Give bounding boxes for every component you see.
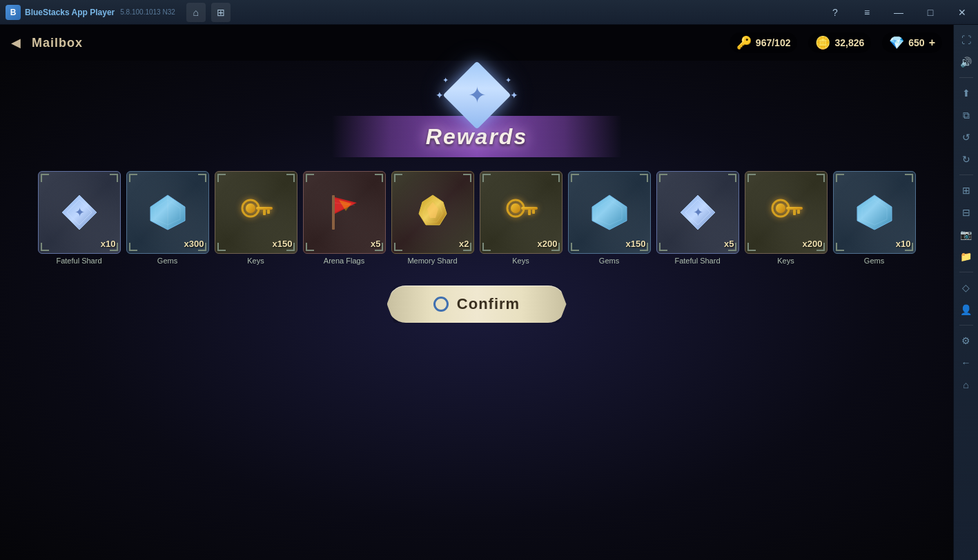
reward-label-1: Gems: [157, 257, 177, 265]
reward-item-1: x300 Gems: [126, 171, 209, 265]
reward-card-keys-3: x200: [745, 171, 828, 254]
reward-quantity-8: x200: [803, 239, 823, 249]
sidebar-settings-icon[interactable]: ⚙: [957, 331, 976, 350]
sidebar-diamond-icon[interactable]: ◇: [957, 278, 976, 297]
gems-resource: 💎 650 +: [882, 32, 942, 53]
rewards-grid: ✦ x10 Fateful Shard: [24, 171, 930, 265]
menu-button[interactable]: ≡: [851, 0, 883, 25]
gems-1-icon: [144, 188, 192, 237]
reward-item-3: x5 Arena Flags: [303, 171, 386, 265]
reward-item-4: x2 Memory Shard: [391, 171, 474, 265]
reward-label-2: Keys: [247, 257, 264, 265]
reward-label-6: Gems: [599, 257, 619, 265]
reward-card-keys-2: x200: [480, 171, 563, 254]
reward-quantity-5: x200: [538, 239, 558, 249]
sidebar-redo-icon[interactable]: ↻: [957, 150, 976, 169]
reward-quantity-2: x150: [273, 239, 293, 249]
star-deco-top-right: ✦: [505, 76, 511, 85]
reward-card-memory-shard: x2: [391, 171, 474, 254]
sidebar-home-icon[interactable]: ⌂: [957, 375, 976, 394]
svg-rect-31: [793, 210, 796, 215]
titlebar-version: 5.8.100.1013 N32: [120, 8, 175, 16]
back-arrow-icon: ◀: [11, 35, 21, 50]
star-deco-left: ✦: [436, 90, 444, 101]
reward-card-arena-flags: x5: [303, 171, 386, 254]
page-title: Mailbox: [32, 36, 83, 50]
sidebar-undo-icon[interactable]: ↺: [957, 128, 976, 147]
sidebar-upload-icon[interactable]: ⬆: [957, 83, 976, 103]
sidebar-grid-icon[interactable]: ⊞: [957, 181, 976, 200]
sidebar-camera-icon[interactable]: 📷: [957, 225, 976, 244]
svg-rect-11: [332, 195, 335, 230]
home-nav-button[interactable]: ⌂: [186, 3, 206, 22]
minimize-button[interactable]: —: [883, 0, 915, 25]
close-button[interactable]: ✕: [946, 0, 978, 25]
star-main-icon: ✦: [442, 61, 511, 130]
arena-flags-icon: [320, 188, 369, 237]
reward-item-5: x200 Keys: [480, 171, 563, 265]
star-inner-symbol: ✦: [467, 82, 486, 108]
svg-rect-19: [521, 207, 538, 210]
reward-item-2: x150 Keys: [215, 171, 297, 265]
sidebar-separator-4: [959, 325, 973, 326]
fateful-shard-icon: ✦: [55, 188, 104, 237]
coins-icon: 🪙: [815, 35, 830, 50]
gems-2-icon: [585, 188, 634, 237]
window-controls: ? ≡ — □ ✕: [819, 0, 978, 25]
svg-rect-30: [797, 210, 800, 214]
reward-label-8: Keys: [777, 257, 794, 265]
reward-card-keys-1: x150: [215, 171, 297, 254]
svg-rect-9: [267, 210, 270, 214]
memory-shard-icon: [409, 188, 457, 237]
gems-add-button[interactable]: +: [929, 37, 935, 49]
keys-2-icon: [497, 188, 545, 237]
svg-marker-22: [592, 195, 627, 230]
sidebar-fullscreen-icon[interactable]: ⛶: [957, 30, 976, 50]
confirm-button[interactable]: Confirm: [387, 286, 567, 323]
sidebar-minus-icon[interactable]: ⊟: [957, 203, 976, 222]
maximize-button[interactable]: □: [915, 0, 946, 25]
game-background: ✦ ✦ ✦ ✦ ✦ ✦ Rewards: [0, 61, 953, 560]
reward-quantity-4: x2: [459, 239, 469, 249]
coins-value: 32,826: [834, 37, 864, 48]
reward-item-7: ✦ x5 Fateful Shard: [656, 171, 739, 265]
svg-point-18: [511, 203, 520, 213]
reward-item-9: x10 Gems: [833, 171, 916, 265]
coins-resource: 🪙 32,826: [808, 32, 871, 53]
fateful-shard-2-icon: ✦: [674, 188, 722, 237]
svg-marker-32: [857, 195, 892, 230]
svg-point-7: [246, 203, 255, 213]
confirm-circle-icon: [433, 297, 449, 312]
reward-card-fateful-shard-1: ✦ x10: [38, 171, 121, 254]
game-topbar: ◀ Mailbox 🔑 967/102 🪙 32,826 💎 650 +: [0, 25, 953, 61]
reward-label-5: Keys: [512, 257, 529, 265]
back-button[interactable]: ◀: [11, 35, 21, 50]
right-sidebar: ⛶ 🔊 ⬆ ⧉ ↺ ↻ ⊞ ⊟ 📷 📁 ◇ 👤 ⚙ ← ⌂: [953, 25, 978, 560]
rewards-star-decoration: ✦ ✦ ✦ ✦ ✦ ✦: [436, 68, 518, 123]
keys-1-icon: [232, 188, 280, 237]
reward-card-fateful-shard-2: ✦ x5: [656, 171, 739, 254]
reward-quantity-3: x5: [371, 239, 380, 249]
reward-quantity-1: x300: [184, 239, 204, 249]
svg-rect-21: [528, 210, 531, 215]
reward-label-4: Memory Shard: [407, 257, 457, 265]
sidebar-layers-icon[interactable]: ⧉: [957, 106, 976, 125]
confirm-button-label: Confirm: [457, 295, 520, 313]
reward-quantity-6: x150: [626, 239, 646, 249]
titlebar-nav: ⌂ ⊞: [186, 3, 231, 22]
apps-nav-button[interactable]: ⊞: [211, 3, 231, 22]
svg-text:✦: ✦: [692, 206, 703, 219]
star-deco-right: ✦: [510, 90, 518, 101]
sidebar-volume-icon[interactable]: 🔊: [957, 52, 976, 72]
svg-rect-10: [263, 210, 266, 215]
titlebar: B BlueStacks App Player 5.8.100.1013 N32…: [0, 0, 978, 25]
sidebar-folder-icon[interactable]: 📁: [957, 247, 976, 266]
sidebar-back-icon[interactable]: ←: [957, 353, 976, 372]
help-button[interactable]: ?: [819, 0, 851, 25]
keys-value: 967/102: [756, 37, 791, 48]
reward-quantity-0: x10: [101, 239, 116, 249]
keys-resource: 🔑 967/102: [730, 32, 798, 53]
rewards-header: ✦ ✦ ✦ ✦ ✦ ✦ Rewards: [339, 68, 615, 157]
reward-label-9: Gems: [864, 257, 884, 265]
sidebar-user-icon[interactable]: 👤: [957, 300, 976, 319]
